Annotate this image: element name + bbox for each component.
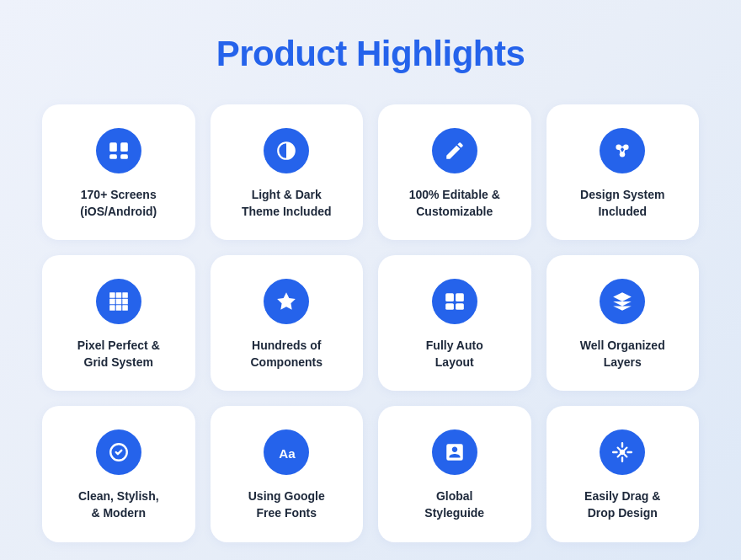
- layers-icon: [600, 279, 645, 324]
- highlights-grid: 170+ Screens(iOS/Android) Light & DarkTh…: [42, 104, 699, 542]
- card-drag-drop: Easily Drag &Drop Design: [546, 406, 700, 541]
- clean-label: Clean, Stylish,& Modern: [78, 488, 159, 521]
- svg-rect-15: [122, 306, 128, 312]
- svg-rect-1: [120, 142, 128, 152]
- drag-drop-icon: [600, 429, 645, 475]
- components-icon: [264, 279, 309, 324]
- svg-rect-7: [109, 292, 115, 298]
- card-design-system: Design SystemIncluded: [546, 104, 700, 240]
- svg-rect-16: [445, 293, 454, 301]
- svg-rect-18: [445, 303, 454, 310]
- auto-layout-label: Fully AutoLayout: [426, 338, 483, 371]
- card-pixel-perfect: Pixel Perfect &Grid System: [42, 255, 195, 391]
- svg-rect-2: [109, 154, 117, 158]
- theme-label: Light & DarkTheme Included: [242, 187, 332, 220]
- fonts-icon: Aa: [264, 429, 309, 475]
- card-editable: 100% Editable &Customizable: [378, 104, 531, 240]
- svg-rect-12: [122, 299, 128, 305]
- card-clean: Clean, Stylish,& Modern: [42, 406, 195, 541]
- card-layers: Well OrganizedLayers: [546, 255, 700, 391]
- screens-icon: [96, 128, 141, 173]
- theme-icon: [264, 128, 309, 173]
- layers-label: Well OrganizedLayers: [580, 338, 665, 371]
- drag-drop-label: Easily Drag &Drop Design: [584, 488, 660, 521]
- card-auto-layout: Fully AutoLayout: [378, 255, 531, 391]
- svg-rect-8: [116, 292, 122, 298]
- card-theme: Light & DarkTheme Included: [211, 104, 364, 240]
- pixel-perfect-label: Pixel Perfect &Grid System: [77, 338, 160, 371]
- card-components: Hundreds ofComponents: [211, 255, 364, 391]
- fonts-label: Using GoogleFree Fonts: [248, 488, 325, 521]
- design-system-icon: [600, 128, 645, 173]
- svg-rect-9: [122, 292, 128, 298]
- svg-rect-14: [116, 306, 122, 312]
- clean-icon: [96, 429, 141, 475]
- screens-label: 170+ Screens(iOS/Android): [80, 187, 157, 220]
- card-screens: 170+ Screens(iOS/Android): [42, 104, 195, 240]
- design-system-label: Design SystemIncluded: [580, 187, 664, 220]
- editable-label: 100% Editable &Customizable: [409, 187, 500, 220]
- pixel-perfect-icon: [96, 279, 141, 324]
- svg-rect-19: [456, 303, 464, 310]
- auto-layout-icon: [432, 279, 477, 324]
- components-label: Hundreds ofComponents: [250, 338, 323, 371]
- svg-rect-3: [120, 154, 128, 158]
- styleguide-label: GlobalStyleguide: [424, 488, 484, 521]
- page-title: Product Highlights: [216, 34, 525, 74]
- svg-rect-17: [456, 293, 464, 301]
- svg-text:Aa: Aa: [280, 446, 296, 461]
- card-styleguide: GlobalStyleguide: [378, 406, 531, 541]
- svg-rect-10: [109, 299, 115, 305]
- svg-rect-0: [109, 142, 117, 152]
- svg-rect-11: [116, 299, 122, 305]
- card-fonts: Aa Using GoogleFree Fonts: [211, 406, 364, 541]
- styleguide-icon: [432, 429, 477, 475]
- editable-icon: [432, 128, 477, 173]
- svg-rect-13: [109, 306, 115, 312]
